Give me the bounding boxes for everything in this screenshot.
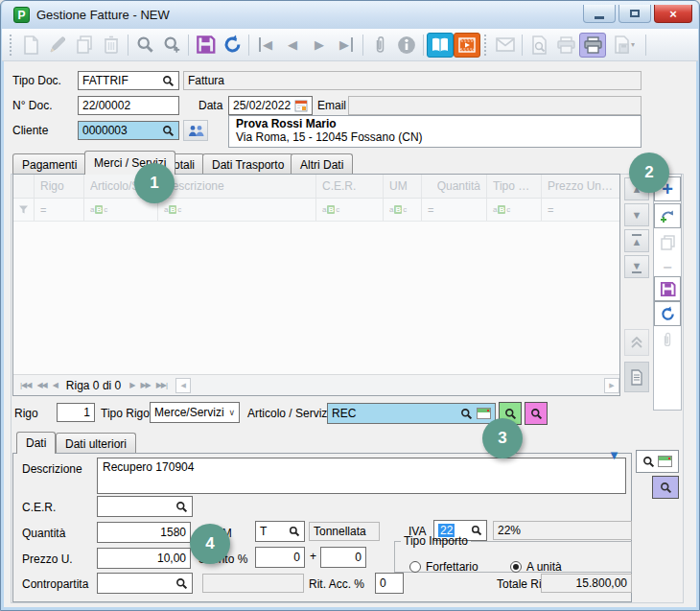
grid-col-cer[interactable]: C.E.R.	[316, 175, 384, 198]
grid-col-um[interactable]: UM	[384, 175, 422, 198]
record-prev-button[interactable]: ◀	[53, 381, 58, 389]
hscroll-track[interactable]	[191, 378, 604, 393]
filter-cell[interactable]: =	[422, 199, 487, 221]
undo-row-button[interactable]	[654, 301, 681, 326]
copy-row-button[interactable]	[654, 230, 681, 255]
filter-cell[interactable]: aBc	[487, 199, 542, 221]
nav-first-button[interactable]: ◀	[252, 33, 279, 58]
contropartita-field[interactable]	[97, 573, 193, 594]
move-row-down-button[interactable]: ▼	[624, 203, 649, 226]
maximize-icon	[630, 10, 640, 17]
maximize-button[interactable]	[618, 5, 651, 23]
minimize-button[interactable]	[583, 5, 616, 23]
new-document-button[interactable]	[17, 33, 44, 58]
search-icon[interactable]	[460, 408, 473, 420]
search-icon[interactable]	[162, 125, 175, 137]
tipo-doc-field[interactable]: FATTRIF	[78, 71, 179, 90]
n-doc-field[interactable]: 22/00002	[78, 96, 179, 115]
collapse-button[interactable]	[624, 329, 649, 356]
nav-next-button[interactable]: ▶	[306, 33, 333, 58]
tab-altri-dati[interactable]: Altri Dati	[291, 153, 353, 175]
cliente-contacts-button[interactable]	[183, 120, 208, 141]
move-row-bottom-button[interactable]: ▼	[624, 255, 649, 278]
cliente-field[interactable]: 0000003	[78, 121, 179, 140]
um-field[interactable]: T	[255, 521, 305, 542]
sconto2-field[interactable]: 0	[320, 547, 366, 568]
filter-funnel-cell[interactable]	[13, 199, 35, 221]
record-next-button[interactable]: ▶	[129, 381, 134, 389]
save-button[interactable]	[192, 33, 219, 58]
tab-dati-ulteriori[interactable]: Dati ulteriori	[56, 433, 136, 454]
radio-icon[interactable]	[409, 561, 421, 573]
grid-col-quantita[interactable]: Quantità	[422, 175, 487, 198]
search-icon[interactable]	[175, 501, 188, 513]
record-last-button[interactable]: ▶▶|	[156, 381, 167, 389]
filter-cell[interactable]: aBc	[316, 199, 384, 221]
info-button[interactable]	[393, 33, 420, 58]
articolo-search-pink-button[interactable]	[525, 402, 548, 425]
search-icon[interactable]	[175, 577, 188, 590]
close-button[interactable]: ×	[654, 5, 692, 23]
row-attachment-button[interactable]	[654, 327, 681, 352]
titlebar[interactable]: P Gestione Fatture - NEW ×	[2, 1, 698, 29]
hscroll-left-button[interactable]: ◀	[175, 378, 191, 393]
send-email-button[interactable]	[492, 33, 519, 58]
tab-dati[interactable]: Dati	[16, 432, 56, 454]
tab-pagamenti[interactable]: Pagamenti	[12, 153, 86, 175]
data-field[interactable]: 25/02/2022	[228, 96, 313, 115]
hscroll-right-button[interactable]: ▶	[604, 378, 619, 393]
cer-field[interactable]	[97, 496, 193, 517]
descrizione-search-button[interactable]	[636, 450, 679, 473]
filter-cell[interactable]: aBc	[158, 199, 316, 221]
prezzo-field[interactable]: 10,00	[97, 548, 191, 569]
open-window-icon[interactable]	[477, 408, 491, 419]
copy-document-button[interactable]	[71, 33, 98, 58]
grid-col-prezzo[interactable]: Prezzo Unitario	[542, 175, 619, 198]
move-row-top-button[interactable]: ▲	[624, 229, 649, 252]
rigo-field[interactable]: 1	[57, 403, 95, 422]
nav-last-button[interactable]: ▶	[333, 33, 360, 58]
export-pdf-button[interactable]: ▾	[606, 33, 642, 58]
sconto-field[interactable]: 0	[255, 547, 305, 568]
delete-button[interactable]	[98, 33, 125, 58]
quantita-field[interactable]: 1580	[97, 522, 191, 543]
grid-col-indicator[interactable]	[13, 175, 35, 198]
filter-cell[interactable]: =	[542, 199, 619, 221]
record-first-button[interactable]: |◀◀	[20, 381, 31, 389]
search-icon[interactable]	[289, 526, 300, 537]
attachment-button[interactable]	[366, 33, 393, 58]
print-direct-button[interactable]	[579, 33, 606, 58]
record-next-page-button[interactable]: ▶▶	[140, 381, 150, 389]
radio-icon[interactable]	[510, 561, 522, 573]
tab-dati-trasporto[interactable]: Dati Trasporto	[202, 153, 293, 175]
record-prev-page-button[interactable]: ◀◀	[36, 381, 46, 389]
refresh-button[interactable]	[219, 33, 245, 58]
save-row-button[interactable]	[654, 276, 681, 301]
video-tutorial-button[interactable]	[454, 33, 480, 58]
grid-col-rigo[interactable]: Rigo	[35, 175, 84, 198]
email-field[interactable]	[348, 96, 642, 115]
print-button[interactable]	[552, 33, 579, 58]
filter-cell[interactable]: =	[35, 199, 84, 221]
tipo-rigo-select[interactable]: Merce/Servizi ∨	[150, 402, 240, 423]
filter-cell[interactable]: aBc	[384, 199, 422, 221]
search-new-button[interactable]	[158, 33, 185, 58]
descrizione-textarea[interactable]: Recupero 170904	[97, 458, 626, 494]
calendar-icon[interactable]	[294, 99, 308, 112]
grid-col-tipo-rigo[interactable]: Tipo Rigo	[487, 175, 542, 198]
row-detail-button[interactable]	[624, 362, 649, 392]
radio-forfettario[interactable]: Forfettario	[409, 560, 478, 574]
insert-row-button[interactable]	[654, 203, 681, 228]
search-button[interactable]	[131, 33, 158, 58]
search-icon[interactable]	[162, 75, 175, 87]
print-preview-button[interactable]	[525, 33, 552, 58]
articolo-field[interactable]: REC	[327, 403, 496, 424]
grid-col-descrizione[interactable]: Descrizione	[158, 175, 316, 198]
radio-a-unita[interactable]: A unità	[510, 560, 562, 574]
cliente-address: Via Roma, 15 - 12045 Fossano (CN)	[236, 130, 634, 144]
descrizione-zoom-button[interactable]	[652, 476, 679, 499]
edit-button[interactable]	[44, 33, 71, 58]
rit-acc-field[interactable]: 0	[375, 573, 404, 594]
manual-button[interactable]	[427, 33, 454, 58]
nav-prev-button[interactable]: ◀	[279, 33, 306, 58]
